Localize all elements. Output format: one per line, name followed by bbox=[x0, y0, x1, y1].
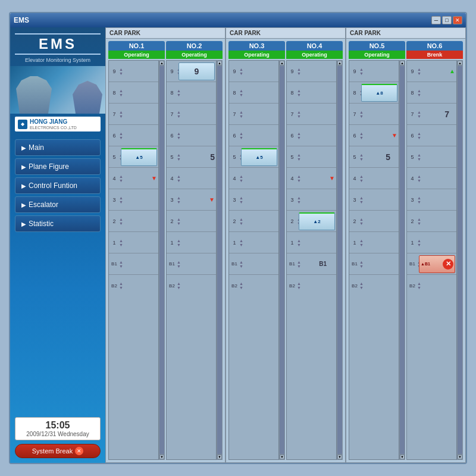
elevator-no2-number: NO.2 bbox=[166, 41, 223, 51]
floor-6-no6: 6▲▼ bbox=[407, 125, 456, 146]
floor-9-no1: 9▲▼ bbox=[109, 61, 158, 82]
shaft-inner-no3: 9▲▼ 8▲▼ 7▲▼ 6▲▼ 5 ▲▼ bbox=[229, 61, 278, 459]
floor-4-no2: 4▲▼ bbox=[167, 168, 216, 189]
system-break-label: System Break bbox=[32, 447, 73, 455]
floor-b2-no5: B2▲▼ bbox=[349, 275, 399, 296]
maximize-button[interactable]: □ bbox=[442, 16, 452, 24]
shaft-scrollbar-no5[interactable]: ▲ ▼ bbox=[399, 60, 405, 460]
scroll-up-btn-no6[interactable]: ▲ bbox=[458, 61, 462, 65]
window-title: EMS bbox=[14, 16, 29, 24]
floor-3-no4: 3▲▼ bbox=[287, 189, 336, 211]
floor-5-no4: 5▲▼ bbox=[287, 146, 336, 168]
shaft-scrollbar-no6[interactable]: ▲ ▼ bbox=[457, 60, 463, 460]
scroll-down-btn-no6[interactable]: ▼ bbox=[458, 455, 462, 459]
break-icon: ✕ bbox=[75, 447, 83, 455]
floor-3-no3: 3▲▼ bbox=[229, 189, 278, 211]
floor-7-no1: 7▲▼ bbox=[109, 104, 158, 125]
arrow-icon: ▶ bbox=[21, 183, 26, 189]
shaft-scrollbar-no3[interactable]: ▲ ▼ bbox=[279, 60, 285, 460]
shaft-container-no6: 9▲▼▲ 8▲▼ 7▲▼7 6▲▼ 5▲▼ 4▲▼ 3▲▼ 2▲▼ bbox=[406, 60, 463, 460]
floor-4-no5: 4▲▼ bbox=[349, 168, 399, 189]
scroll-up-btn-no1[interactable]: ▲ bbox=[159, 61, 164, 65]
scroll-track-no3 bbox=[280, 66, 284, 454]
floor-b1-no6: B1 ▲▼ ▲B1 ✕ bbox=[407, 253, 456, 275]
floor-4-no6: 4▲▼ bbox=[407, 168, 456, 189]
floor-9-no2: 9 ▲▼ 9 ▼ bbox=[167, 61, 216, 82]
floors-no3: 9▲▼ 8▲▼ 7▲▼ 6▲▼ 5 ▲▼ bbox=[229, 61, 278, 459]
scroll-down-btn-no3[interactable]: ▼ bbox=[280, 455, 284, 459]
sidebar: EMS Elevator Monitoring System ◆ HONG JI… bbox=[10, 27, 105, 463]
scroll-up-btn-no5[interactable]: ▲ bbox=[400, 61, 405, 65]
elevator-no5: NO.5 Operating 9▲▼ 8 bbox=[349, 41, 405, 460]
floor-5-no1: 5 ▲▼ ▲5 bbox=[109, 146, 158, 168]
sidebar-item-escalator[interactable]: ▶ Escalator bbox=[15, 196, 101, 213]
floor-2-no4: 2 ▲▼ ▲2 bbox=[287, 211, 336, 232]
shaft-container-no2: 9 ▲▼ 9 ▼ 8▲▼ bbox=[166, 60, 223, 460]
scroll-track-no1 bbox=[159, 66, 164, 454]
arrow-icon: ▶ bbox=[21, 221, 26, 227]
car-park-2: CAR PARK NO.3 Operating 9▲▼ bbox=[226, 27, 346, 463]
scroll-down-btn-no1[interactable]: ▼ bbox=[159, 455, 164, 459]
main-content: EMS Elevator Monitoring System ◆ HONG JI… bbox=[10, 27, 466, 463]
floor-b1-no1: B1▲▼ bbox=[109, 253, 158, 275]
scroll-track-no5 bbox=[400, 66, 405, 454]
floors-no1: 9▲▼ 8▲▼ 7▲▼ 6▲▼ 5 ▲▼ bbox=[109, 61, 158, 459]
elevator-no3: NO.3 Operating 9▲▼ 8▲▼ 7▲▼ bbox=[228, 41, 285, 460]
shaft-scrollbar-no2[interactable]: ▲ ▼ bbox=[217, 60, 223, 460]
floor-8-no6: 8▲▼ bbox=[407, 82, 456, 104]
floor-2-no1: 2▲▼ bbox=[109, 211, 158, 232]
shaft-container-no4: 9▲▼ 8▲▼ 7▲▼ 6▲▼ 5▲▼ 4▲▼▼ 3▲▼ bbox=[286, 60, 343, 460]
floor-4-no4: 4▲▼▼ bbox=[287, 168, 336, 189]
shaft-no3: 9▲▼ 8▲▼ 7▲▼ 6▲▼ 5 ▲▼ bbox=[228, 60, 279, 460]
company-sub: ELECTRONICS CO.,LTD bbox=[30, 126, 77, 130]
floor-b2-no2: B2▲▼ bbox=[167, 275, 216, 296]
shaft-no4: 9▲▼ 8▲▼ 7▲▼ 6▲▼ 5▲▼ 4▲▼▼ 3▲▼ bbox=[286, 60, 337, 460]
shaft-scrollbar-no4[interactable]: ▲ ▼ bbox=[337, 60, 343, 460]
elevator-car-no4: ▲2 bbox=[299, 212, 335, 230]
scroll-up-btn-no2[interactable]: ▲ bbox=[217, 61, 222, 65]
elevator-no6-status: Brenk bbox=[406, 51, 463, 59]
sidebar-footer: 15:05 2009/12/31 Wednesday System Break … bbox=[10, 412, 105, 463]
scroll-up-btn-no3[interactable]: ▲ bbox=[280, 61, 284, 65]
scroll-up-btn-no4[interactable]: ▲ bbox=[337, 61, 342, 65]
company-logo: ◆ HONG JIANG ELECTRONICS CO.,LTD bbox=[15, 117, 101, 131]
main-window: EMS ─ □ ✕ EMS Elevator Monitoring System… bbox=[9, 12, 467, 464]
title-bar: EMS ─ □ ✕ bbox=[10, 13, 466, 27]
arrow-icon: ▶ bbox=[21, 164, 26, 170]
floor-b1-no5: B1▲▼ bbox=[349, 253, 399, 275]
floor-6-no2: 6▲▼ bbox=[167, 125, 216, 146]
nav-label-escalator: Escalator bbox=[29, 201, 58, 209]
nav-label-plane-figure: Plane Figure bbox=[29, 162, 69, 171]
shaft-scrollbar-no1[interactable]: ▲ ▼ bbox=[159, 60, 165, 460]
sidebar-item-plane-figure[interactable]: ▶ Plane Figure bbox=[15, 158, 101, 175]
close-button[interactable]: ✕ bbox=[453, 16, 462, 24]
scroll-down-btn-no4[interactable]: ▼ bbox=[337, 455, 342, 459]
logo-text: HONG JIANG ELECTRONICS CO.,LTD bbox=[30, 118, 77, 130]
sidebar-item-statistic[interactable]: ▶ Statistic bbox=[15, 215, 101, 232]
scroll-down-btn-no2[interactable]: ▼ bbox=[217, 455, 222, 459]
scroll-down-btn-no5[interactable]: ▼ bbox=[400, 455, 405, 459]
scroll-track-no4 bbox=[337, 66, 342, 454]
shaft-inner-no6: 9▲▼▲ 8▲▼ 7▲▼7 6▲▼ 5▲▼ 4▲▼ 3▲▼ 2▲▼ bbox=[407, 61, 456, 459]
floor-b1-no3: B1▲▼ bbox=[229, 253, 278, 275]
elevator-no6: NO.6 Brenk 9▲▼▲ 8▲▼ 7▲▼7 6 bbox=[406, 41, 463, 460]
logo-icon: ◆ bbox=[18, 120, 27, 129]
sidebar-building-image bbox=[10, 66, 105, 114]
floor-3-no2: 3▲▼▼ bbox=[167, 189, 216, 211]
sidebar-item-control-funtion[interactable]: ▶ Control Funtion bbox=[15, 177, 101, 194]
floor-5-no6: 5▲▼ bbox=[407, 146, 456, 168]
floor-b1-no2: B1▲▼ bbox=[167, 253, 216, 275]
minimize-button[interactable]: ─ bbox=[431, 16, 441, 24]
elevator-no3-number: NO.3 bbox=[228, 41, 285, 51]
elevators-row-3: NO.5 Operating 9▲▼ 8 bbox=[346, 39, 465, 462]
floor-1-no6: 1▲▼ bbox=[407, 232, 456, 253]
floor-1-no2: 1▲▼ bbox=[167, 232, 216, 253]
floor-3-no1: 3▲▼ bbox=[109, 189, 158, 211]
floor-7-no5: 7▲▼ bbox=[349, 104, 399, 125]
ems-logo-section: EMS Elevator Monitoring System bbox=[10, 27, 105, 66]
elevator-no1: NO.1 Operating 9▲▼ 8▲▼ 7▲▼ bbox=[108, 41, 165, 460]
floor-5-no3: 5 ▲▼ ▲5 bbox=[229, 146, 278, 168]
system-break-button[interactable]: System Break ✕ bbox=[15, 444, 101, 458]
floor-9-no5: 9▲▼ bbox=[349, 61, 399, 82]
sidebar-item-main[interactable]: ▶ Main bbox=[15, 139, 101, 156]
